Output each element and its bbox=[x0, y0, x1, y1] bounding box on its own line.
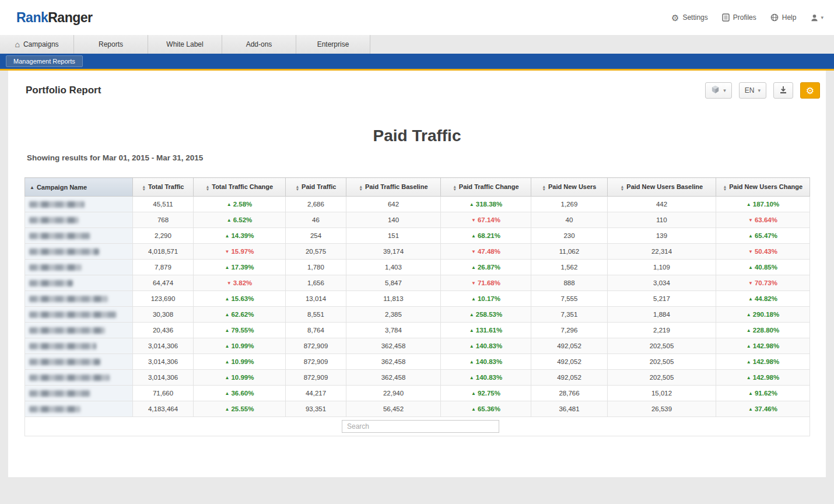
table-row[interactable]: 123,690▲15.63%13,01411,813▲10.17%7,5555,… bbox=[25, 291, 810, 307]
change-value: 26.87% bbox=[478, 264, 500, 271]
tab-reports-label: Reports bbox=[99, 40, 123, 48]
column-header-paid-new-users-baseline[interactable]: ▲▼Paid New Users Baseline bbox=[608, 178, 716, 197]
table-row[interactable]: 768▲6.52%46140▼67.14%40110▼63.64% bbox=[25, 212, 810, 228]
tab-campaigns[interactable]: ⌂ Campaigns bbox=[0, 35, 74, 54]
up-arrow-icon: ▲ bbox=[469, 202, 474, 207]
change-value: 142.98% bbox=[753, 374, 779, 381]
change-value: 10.99% bbox=[231, 358, 254, 365]
change-value: 17.39% bbox=[231, 264, 254, 271]
up-arrow-icon: ▲ bbox=[225, 375, 230, 380]
table-row[interactable]: 64,474▼3.82%1,6565,847▼71.68%8883,034▼70… bbox=[25, 275, 810, 291]
change-value: 63.64% bbox=[755, 216, 777, 223]
paid-new-users-change-cell: ▲142.98% bbox=[716, 354, 810, 370]
redacted-campaign-name bbox=[29, 296, 108, 302]
paid-traffic-change-cell: ▼71.68% bbox=[441, 275, 531, 291]
download-button[interactable] bbox=[773, 82, 793, 99]
up-arrow-icon: ▲ bbox=[747, 328, 751, 333]
down-arrow-icon: ▼ bbox=[471, 218, 476, 223]
table-row[interactable]: 2,290▲14.39%254151▲68.21%230139▲65.47% bbox=[25, 228, 810, 244]
table-row[interactable]: 4,183,464▲25.55%93,35156,452▲65.36%36,48… bbox=[25, 401, 810, 417]
total-traffic-change-cell: ▲10.99% bbox=[194, 354, 286, 370]
search-input[interactable] bbox=[342, 420, 499, 433]
user-menu[interactable]: ▾ bbox=[810, 13, 824, 22]
change-value: 71.68% bbox=[478, 279, 500, 286]
paid-new-users-change-cell: ▲228.80% bbox=[716, 323, 810, 338]
paid-traffic-change-cell: ▲140.83% bbox=[441, 354, 531, 370]
redacted-campaign-name bbox=[29, 374, 110, 381]
total-traffic-change-cell: ▲6.52% bbox=[194, 212, 286, 228]
paid-new-users-cell: 492,052 bbox=[531, 354, 608, 370]
management-reports-button[interactable]: Management Reports bbox=[6, 55, 83, 67]
table-row[interactable]: 3,014,306▲10.99%872,909362,458▲140.83%49… bbox=[25, 370, 810, 386]
column-header-paid-traffic-change[interactable]: ▲▼Paid Traffic Change bbox=[441, 178, 531, 197]
language-dropdown[interactable]: EN ▾ bbox=[739, 82, 766, 99]
table-row[interactable]: 45,511▲2.58%2,686642▲318.38%1,269442▲187… bbox=[25, 197, 810, 212]
chevron-down-icon: ▾ bbox=[758, 88, 761, 93]
up-arrow-icon: ▲ bbox=[469, 328, 474, 333]
tab-add-ons-label: Add-ons bbox=[246, 40, 272, 48]
report-type-dropdown[interactable]: ▾ bbox=[705, 82, 732, 99]
tab-white-label[interactable]: White Label bbox=[148, 35, 222, 54]
paid-traffic-change-cell: ▲10.17% bbox=[441, 291, 531, 307]
change-value: 140.83% bbox=[476, 342, 502, 349]
tab-reports[interactable]: Reports bbox=[74, 35, 148, 54]
report-settings-button[interactable]: ⚙ bbox=[800, 82, 820, 99]
paid-traffic-baseline-cell: 3,784 bbox=[346, 323, 441, 338]
total-traffic-change-cell: ▼15.97% bbox=[194, 244, 286, 260]
total-traffic-cell: 123,690 bbox=[133, 291, 194, 307]
down-arrow-icon: ▼ bbox=[471, 249, 476, 254]
redacted-campaign-name bbox=[29, 233, 90, 239]
table-row[interactable]: 3,014,306▲10.99%872,909362,458▲140.83%49… bbox=[25, 354, 810, 370]
tab-enterprise[interactable]: Enterprise bbox=[296, 35, 370, 54]
paid-new-users-cell: 888 bbox=[531, 275, 608, 291]
page-title: Portfolio Report bbox=[26, 85, 101, 96]
paid-traffic-baseline-cell: 642 bbox=[346, 197, 441, 212]
paid-traffic-cell: 13,014 bbox=[286, 291, 346, 307]
up-arrow-icon: ▲ bbox=[471, 296, 476, 302]
table-row[interactable]: 4,018,571▼15.97%20,57539,174▼47.48%11,06… bbox=[25, 244, 810, 260]
paid-new-users-baseline-cell: 15,012 bbox=[608, 386, 716, 401]
table-row[interactable]: 7,879▲17.39%1,7801,403▲26.87%1,5621,109▲… bbox=[25, 260, 810, 275]
paid-traffic-change-cell: ▼67.14% bbox=[441, 212, 531, 228]
redacted-campaign-name bbox=[29, 249, 99, 255]
top-header: RankRanger ⚙ Settings Profiles Help ▾ bbox=[0, 0, 834, 35]
globe-icon bbox=[770, 13, 779, 22]
column-label: Paid New Users Change bbox=[729, 183, 803, 190]
up-arrow-icon: ▲ bbox=[748, 265, 753, 270]
tab-add-ons[interactable]: Add-ons bbox=[222, 35, 296, 54]
up-arrow-icon: ▲ bbox=[747, 359, 751, 365]
help-menu-item[interactable]: Help bbox=[770, 13, 797, 22]
settings-menu-item[interactable]: ⚙ Settings bbox=[671, 13, 708, 22]
table-row[interactable]: 3,014,306▲10.99%872,909362,458▲140.83%49… bbox=[25, 338, 810, 354]
rankranger-logo[interactable]: RankRanger bbox=[16, 10, 93, 26]
column-header-total-traffic-change[interactable]: ▲▼Total Traffic Change bbox=[194, 178, 286, 197]
profiles-menu-item[interactable]: Profiles bbox=[722, 13, 756, 22]
logo-part-ranger: Ranger bbox=[48, 10, 92, 25]
up-arrow-icon: ▲ bbox=[227, 202, 232, 207]
tab-campaigns-label: Campaigns bbox=[23, 40, 59, 48]
paid-new-users-cell: 1,269 bbox=[531, 197, 608, 212]
paid-traffic-baseline-cell: 5,847 bbox=[346, 275, 441, 291]
column-header-paid-new-users[interactable]: ▲▼Paid New Users bbox=[531, 178, 608, 197]
table-row[interactable]: 71,660▲36.60%44,21722,940▲92.75%28,76615… bbox=[25, 386, 810, 401]
download-icon bbox=[779, 86, 787, 96]
total-traffic-cell: 3,014,306 bbox=[133, 370, 194, 386]
home-icon: ⌂ bbox=[15, 40, 19, 49]
table-row[interactable]: 20,436▲79.55%8,7643,784▲131.61%7,2962,21… bbox=[25, 323, 810, 338]
paid-new-users-baseline-cell: 202,505 bbox=[608, 354, 716, 370]
paid-traffic-cell: 93,351 bbox=[286, 401, 346, 417]
table-row[interactable]: 30,308▲62.62%8,5512,385▲258.53%7,3511,88… bbox=[25, 307, 810, 323]
redacted-campaign-name bbox=[29, 390, 90, 397]
paid-traffic-change-cell: ▲318.38% bbox=[441, 197, 531, 212]
total-traffic-cell: 768 bbox=[133, 212, 194, 228]
column-header-paid-new-users-change[interactable]: ▲▼Paid New Users Change bbox=[716, 178, 810, 197]
column-header-paid-traffic-baseline[interactable]: ▲▼Paid Traffic Baseline bbox=[346, 178, 441, 197]
paid-traffic-cell: 8,551 bbox=[286, 307, 346, 323]
column-header-paid-traffic[interactable]: ▲▼Paid Traffic bbox=[286, 178, 346, 197]
column-header-total-traffic[interactable]: ▲▼Total Traffic bbox=[133, 178, 194, 197]
column-header-campaign-name[interactable]: ▲Campaign Name bbox=[25, 178, 133, 197]
gear-icon: ⚙ bbox=[806, 85, 814, 96]
paid-new-users-change-cell: ▲40.85% bbox=[716, 260, 810, 275]
paid-new-users-change-cell: ▲290.18% bbox=[716, 307, 810, 323]
paid-traffic-baseline-cell: 56,452 bbox=[346, 401, 441, 417]
